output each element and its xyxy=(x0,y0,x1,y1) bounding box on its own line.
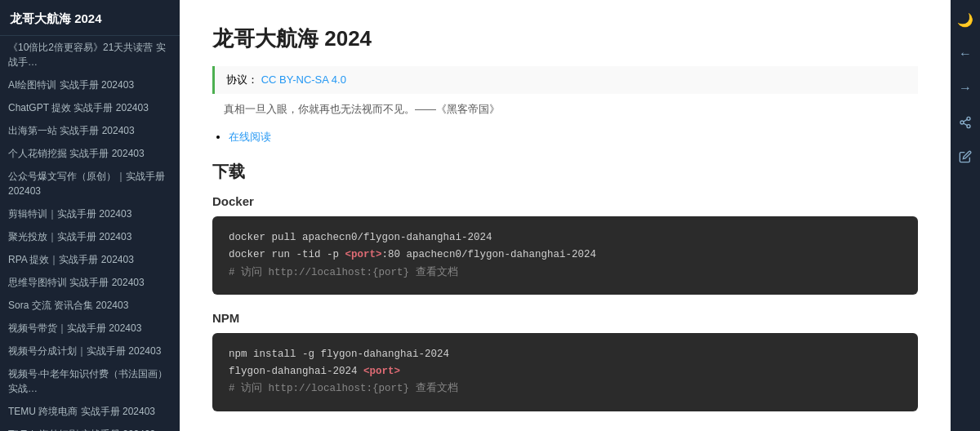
license-link[interactable]: CC BY-NC-SA 4.0 xyxy=(261,73,346,86)
svg-point-0 xyxy=(967,117,970,120)
sidebar-item-12[interactable]: 视频号分成计划｜实战手册 202403 xyxy=(0,340,180,362)
quote-text: 真相一旦入眼，你就再也无法视而不见。——《黑客帝国》 xyxy=(212,102,918,117)
sidebar-items: 《10倍比2倍更容易》21天共读营 实战手…AI绘图特训 实战手册 202403… xyxy=(0,36,180,431)
sidebar-item-11[interactable]: 视频号带货｜实战手册 202403 xyxy=(0,317,180,340)
svg-point-1 xyxy=(960,121,964,124)
docker-code-block: docker pull apachecn0/flygon-dahanghai-2… xyxy=(212,216,918,295)
license-block: 协议： CC BY-NC-SA 4.0 xyxy=(212,66,918,94)
page-title: 龙哥大航海 2024 xyxy=(212,24,918,53)
npm-line-1: npm install -g flygon-dahanghai-2024 xyxy=(229,346,902,363)
npm-line-2: flygon-dahanghai-2024 <port> xyxy=(229,363,902,380)
sidebar-item-1[interactable]: AI绘图特训 实战手册 202403 xyxy=(0,73,180,96)
sidebar-item-13[interactable]: 视频号·中老年知识付费（书法国画）实战… xyxy=(0,362,180,400)
svg-point-2 xyxy=(967,125,970,128)
sidebar-title: 龙哥大航海 2024 xyxy=(0,0,180,36)
sidebar-item-15[interactable]: TikTok 海外短剧 实战手册 202403 xyxy=(0,423,180,431)
license-label: 协议： xyxy=(226,73,258,86)
docker-line-2: docker run -tid -p <port>:80 apachecn0/f… xyxy=(229,247,902,264)
sidebar-item-7[interactable]: 聚光投放｜实战手册 202403 xyxy=(0,225,180,248)
main-content: 龙哥大航海 2024 协议： CC BY-NC-SA 4.0 真相一旦入眼，你就… xyxy=(180,0,951,431)
arrow-left-icon[interactable]: ← xyxy=(954,42,977,65)
docker-line-1: docker pull apachecn0/flygon-dahanghai-2… xyxy=(229,229,902,247)
sidebar-item-3[interactable]: 出海第一站 实战手册 202403 xyxy=(0,119,180,142)
sidebar-item-8[interactable]: RPA 提效｜实战手册 202403 xyxy=(0,248,180,271)
docker-title: Docker xyxy=(212,194,918,208)
edit-icon[interactable] xyxy=(954,145,977,168)
online-read-section: 在线阅读 xyxy=(212,130,918,144)
sidebar-item-0[interactable]: 《10倍比2倍更容易》21天共读营 实战手… xyxy=(0,36,180,73)
sidebar-item-10[interactable]: Sora 交流 资讯合集 202403 xyxy=(0,294,180,317)
online-read-link[interactable]: 在线阅读 xyxy=(229,131,271,143)
svg-line-4 xyxy=(964,119,968,122)
arrow-right-icon[interactable]: → xyxy=(954,77,977,100)
docker-line-3: # 访问 http://localhost:{port} 查看文档 xyxy=(229,264,902,282)
svg-line-3 xyxy=(964,123,968,126)
sidebar-item-9[interactable]: 思维导图特训 实战手册 202403 xyxy=(0,271,180,294)
sidebar: 龙哥大航海 2024 《10倍比2倍更容易》21天共读营 实战手…AI绘图特训 … xyxy=(0,0,180,431)
sidebar-item-4[interactable]: 个人花销挖掘 实战手册 202403 xyxy=(0,142,180,165)
npm-line-3: # 访问 http://localhost:{port} 查看文档 xyxy=(229,380,902,398)
right-toolbar: 🌙 ← → xyxy=(951,0,980,431)
sidebar-item-6[interactable]: 剪辑特训｜实战手册 202403 xyxy=(0,202,180,225)
npm-code-block: npm install -g flygon-dahanghai-2024 fly… xyxy=(212,333,918,411)
moon-icon[interactable]: 🌙 xyxy=(954,8,977,31)
share-icon[interactable] xyxy=(954,111,977,134)
sidebar-item-2[interactable]: ChatGPT 提效 实战手册 202403 xyxy=(0,96,180,119)
sidebar-item-5[interactable]: 公众号爆文写作（原创）｜实战手册 202403 xyxy=(0,165,180,202)
download-title: 下载 xyxy=(212,161,918,183)
npm-title: NPM xyxy=(212,311,918,325)
sidebar-item-14[interactable]: TEMU 跨境电商 实战手册 202403 xyxy=(0,400,180,423)
